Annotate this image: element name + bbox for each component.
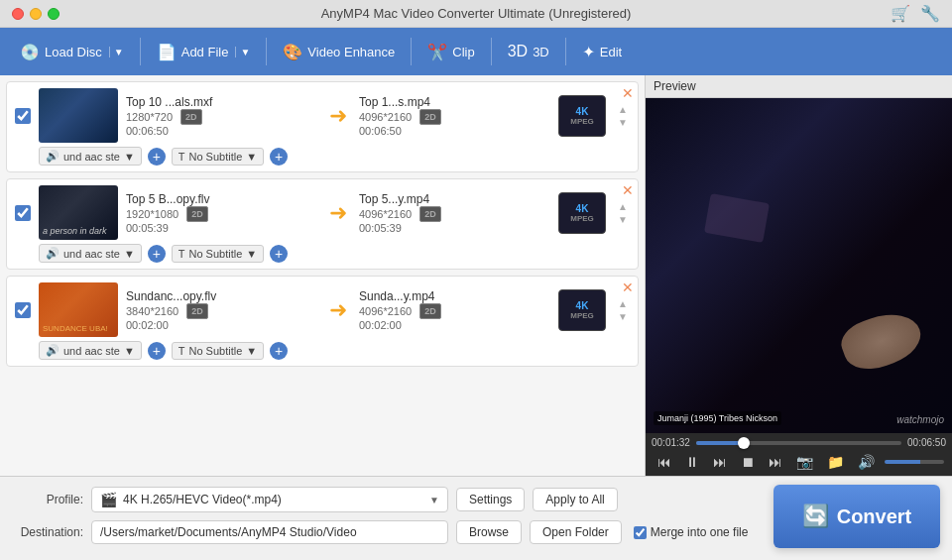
scroll-down-2[interactable]: ▼ — [618, 214, 628, 225]
profile-select[interactable]: 🎬 4K H.265/HEVC Video(*.mp4) ▼ — [91, 487, 448, 512]
convert-button[interactable]: 🔄 Convert — [774, 485, 940, 548]
audio-value-3: und aac ste — [63, 345, 120, 357]
preview-controls: 00:01:32 00:06:50 ⏮ ⏸ ⏭ ⏹ ⏭ 📷 📁 🔊 — [646, 433, 952, 476]
badge-sub-3: MPEG — [570, 311, 594, 320]
prev-button[interactable]: ⏮ — [654, 452, 675, 472]
window-title: AnyMP4 Mac Video Converter Ultimate (Unr… — [321, 6, 632, 21]
minimize-button[interactable] — [30, 8, 42, 20]
add-audio-2[interactable]: + — [148, 245, 166, 263]
volume-slider[interactable] — [885, 460, 944, 464]
file-row1-2: a person in dark Top 5 B...opy.flv 1920*… — [15, 185, 632, 240]
video-enhance-button[interactable]: 🎨 Video Enhance — [275, 37, 403, 67]
file-list: ✕ Top 10 ...als.mxf 1280*720 2D 00:06:50 — [0, 75, 645, 476]
scroll-up-2[interactable]: ▲ — [618, 201, 628, 212]
video-scene — [646, 98, 952, 433]
3d-button[interactable]: 3D 3D — [500, 37, 557, 66]
add-file-button[interactable]: 📄 Add File ▼ — [149, 37, 259, 67]
next-button[interactable]: ⏭ — [765, 452, 786, 472]
load-disc-arrow[interactable]: ▼ — [109, 47, 124, 57]
open-folder-button[interactable]: Open Folder — [530, 520, 622, 544]
video-watermark: watchmojo — [896, 414, 944, 425]
close-item-3[interactable]: ✕ — [622, 280, 634, 294]
audio-select-2[interactable]: 🔊 und aac ste ▼ — [39, 244, 142, 263]
stop-button[interactable]: ⏹ — [737, 452, 759, 472]
file-row1-3: SUNDANCE UBA! Sundanc...opy.flv 3840*216… — [15, 282, 632, 337]
subtitle-select-3[interactable]: T No Subtitle ▼ — [172, 342, 264, 360]
badge-sub-1: MPEG — [570, 117, 594, 126]
file-item-3: ✕ SUNDANCE UBA! Sundanc...opy.flv 3840*2… — [6, 276, 639, 367]
add-subtitle-1[interactable]: + — [270, 148, 288, 166]
scroll-down-1[interactable]: ▼ — [618, 117, 628, 128]
edit-button[interactable]: ✦ Edit — [574, 37, 630, 67]
scroll-up-3[interactable]: ▲ — [618, 298, 628, 309]
pause-button[interactable]: ⏸ — [681, 452, 703, 472]
output-name-3: Sunda...y.mp4 — [359, 289, 435, 303]
input-format-3: 2D — [186, 303, 208, 319]
output-format-2: 2D — [419, 206, 441, 222]
file-thumb-2: a person in dark — [39, 185, 118, 240]
video-overlay: Jumanji (1995) Tribes Nickson — [654, 411, 781, 425]
output-badge-1[interactable]: 4K MPEG — [558, 95, 606, 137]
output-res-2: 4096*2160 — [359, 208, 412, 220]
add-audio-1[interactable]: + — [148, 148, 166, 166]
input-res-3: 3840*2160 — [126, 305, 178, 317]
load-disc-button[interactable]: 💿 Load Disc ▼ — [12, 37, 132, 67]
file-checkbox-3[interactable] — [15, 302, 31, 318]
add-audio-3[interactable]: + — [148, 342, 166, 360]
add-file-arrow[interactable]: ▼ — [235, 47, 250, 57]
main-layout: ✕ Top 10 ...als.mxf 1280*720 2D 00:06:50 — [0, 75, 952, 476]
file-checkbox-2[interactable] — [15, 205, 31, 221]
file-row2-3: 🔊 und aac ste ▼ + T No Subtitle ▼ + — [15, 341, 632, 360]
toolbar: 💿 Load Disc ▼ 📄 Add File ▼ 🎨 Video Enhan… — [0, 28, 952, 75]
browse-button[interactable]: Browse — [456, 520, 522, 544]
fast-forward-button[interactable]: ⏭ — [709, 452, 731, 472]
output-badge-3[interactable]: 4K MPEG — [558, 289, 606, 331]
file-item-1: ✕ Top 10 ...als.mxf 1280*720 2D 00:06:50 — [6, 81, 639, 172]
apply-to-all-button[interactable]: Apply to All — [533, 488, 617, 511]
badge-text-1: 4K — [576, 106, 589, 117]
scroll-up-1[interactable]: ▲ — [618, 104, 628, 115]
output-badge-2[interactable]: 4K MPEG — [558, 192, 606, 234]
clip-button[interactable]: ✂️ Clip — [419, 37, 482, 67]
maximize-button[interactable] — [48, 8, 60, 20]
divider-4 — [491, 38, 492, 65]
file-row2-2: 🔊 und aac ste ▼ + T No Subtitle ▼ + — [15, 244, 632, 263]
close-item-1[interactable]: ✕ — [622, 86, 634, 100]
thumb-inner-2: a person in dark — [39, 185, 118, 240]
progress-bar[interactable] — [696, 441, 901, 445]
audio-value-1: und aac ste — [63, 151, 120, 163]
arrow-1: ➜ — [329, 103, 347, 129]
audio-arrow-3: ▼ — [124, 345, 135, 357]
progress-thumb[interactable] — [738, 437, 750, 449]
output-format-3: 2D — [419, 303, 441, 319]
dest-label: Destination: — [12, 525, 83, 539]
output-format-1: 2D — [419, 109, 441, 125]
dest-input[interactable] — [91, 520, 448, 544]
settings-icon[interactable]: 🔧 — [920, 4, 940, 23]
volume-icon[interactable]: 🔊 — [854, 452, 879, 472]
profile-label: Profile: — [12, 493, 83, 506]
close-button[interactable] — [12, 8, 24, 20]
settings-button[interactable]: Settings — [456, 488, 525, 511]
subtitle-select-2[interactable]: T No Subtitle ▼ — [172, 245, 264, 263]
title-bar-right: 🛒 🔧 — [891, 4, 940, 23]
subtitle-select-1[interactable]: T No Subtitle ▼ — [172, 148, 264, 166]
file-checkbox-1[interactable] — [15, 108, 31, 124]
traffic-lights — [12, 8, 60, 20]
scroll-down-3[interactable]: ▼ — [618, 311, 628, 322]
input-dur-3: 00:02:00 — [126, 319, 169, 331]
merge-checkbox[interactable] — [634, 526, 647, 539]
cart-icon[interactable]: 🛒 — [891, 4, 910, 23]
folder-button[interactable]: 📁 — [823, 452, 848, 472]
output-row1-2: Top 5...y.mp4 — [359, 192, 550, 206]
input-dur-1: 00:06:50 — [126, 125, 169, 137]
add-subtitle-2[interactable]: + — [270, 245, 288, 263]
merge-label[interactable]: Merge into one file — [634, 525, 749, 539]
add-subtitle-3[interactable]: + — [270, 342, 288, 360]
file-info-2: Top 5 B...opy.flv 1920*1080 2D 00:05:39 — [126, 192, 317, 234]
input-res-1: 1280*720 — [126, 111, 173, 123]
camera-button[interactable]: 📷 — [792, 452, 817, 472]
audio-select-3[interactable]: 🔊 und aac ste ▼ — [39, 341, 142, 360]
audio-select-1[interactable]: 🔊 und aac ste ▼ — [39, 147, 142, 166]
close-item-2[interactable]: ✕ — [622, 183, 634, 197]
